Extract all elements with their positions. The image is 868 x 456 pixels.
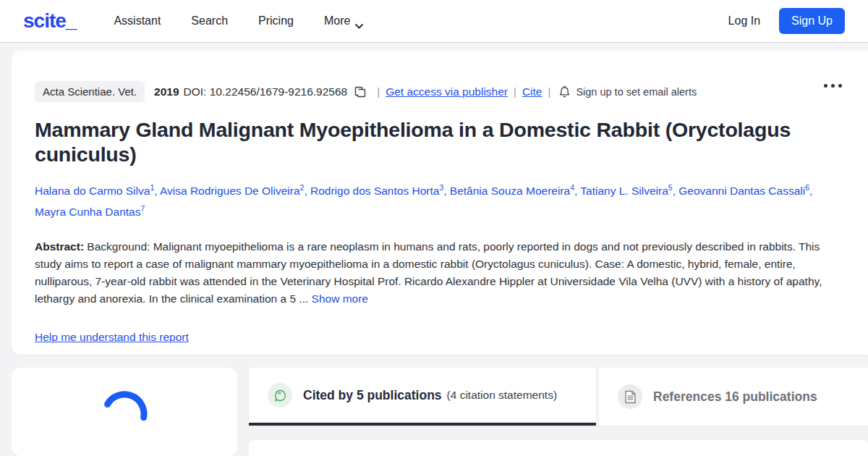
login-link[interactable]: Log In	[728, 14, 760, 28]
document-icon	[618, 384, 642, 409]
author-link[interactable]: Halana do Carmo Silva1	[35, 185, 160, 197]
author-link[interactable]: Betânia Souza Moereira4	[450, 185, 580, 197]
author-link[interactable]: Avisa Rodrigues De Oliveira2	[160, 185, 310, 197]
abstract-paragraph: Abstract: Background: Malignant myoepith…	[35, 238, 845, 308]
separator: |	[548, 85, 550, 98]
nav-item-more[interactable]: More	[324, 14, 363, 28]
references-label: References 16 publications	[653, 389, 817, 405]
more-options-icon[interactable]	[822, 80, 843, 92]
tab-references[interactable]: References 16 publications	[599, 368, 868, 426]
tab-cited-by[interactable]: ” Cited by 5 publications (4 citation st…	[249, 368, 596, 426]
nav-more-label: More	[324, 14, 350, 28]
nav-item-search[interactable]: Search	[191, 14, 228, 28]
nav-item-assistant[interactable]: Assistant	[114, 14, 161, 28]
author-list: Halana do Carmo Silva1Avisa Rodrigues De…	[35, 179, 845, 221]
show-more-link[interactable]: Show more	[312, 292, 368, 305]
citation-tally-card	[12, 368, 237, 456]
author-link[interactable]: Tatiany L. Silveira5	[580, 185, 678, 197]
help-understand-link[interactable]: Help me understand this report	[35, 331, 189, 344]
nav-item-pricing[interactable]: Pricing	[258, 14, 294, 28]
abstract-text: Background: Malignant myoepithelioma is …	[35, 240, 822, 305]
scite-logo[interactable]: scite_	[23, 9, 76, 33]
svg-text:”: ”	[277, 391, 281, 399]
journal-badge[interactable]: Acta Scientiae. Vet.	[35, 81, 145, 102]
separator: |	[514, 85, 516, 98]
report-tabs: ” Cited by 5 publications (4 citation st…	[249, 368, 868, 426]
citation-bubble-icon: ”	[268, 383, 292, 408]
bell-icon	[559, 85, 570, 98]
paper-meta-row: Acta Scientiae. Vet. 2019 DOI: 10.22456/…	[35, 81, 845, 102]
separator: |	[377, 85, 380, 98]
chevron-down-icon	[355, 19, 363, 24]
citation-statements-count: (4 citation statements)	[447, 389, 557, 402]
paper-title: Mammary Gland Malignant Myoepithelioma i…	[35, 117, 845, 166]
paper-card: Acta Scientiae. Vet. 2019 DOI: 10.22456/…	[12, 51, 868, 355]
main-nav: Assistant Search Pricing More	[114, 14, 363, 28]
copy-doi-icon[interactable]	[354, 86, 366, 98]
email-alerts-link[interactable]: Sign up to set email alerts	[576, 86, 697, 98]
author-link[interactable]: Rodrigo dos Santos Horta3	[310, 185, 450, 197]
publication-year: 2019	[154, 85, 179, 98]
abstract-label: Abstract:	[35, 240, 84, 253]
loading-spinner	[95, 385, 153, 443]
author-link[interactable]: Geovanni Dantas Cassali6	[678, 185, 812, 197]
doi-text: DOI: 10.22456/1679-9216.92568	[184, 85, 348, 98]
cite-link[interactable]: Cite	[522, 85, 542, 98]
top-navbar: scite_ Assistant Search Pricing More Log…	[0, 0, 868, 43]
author-link[interactable]: Mayra Cunha Dantas7	[35, 206, 145, 218]
get-access-link[interactable]: Get access via publisher	[386, 85, 508, 98]
cited-by-label: Cited by 5 publications	[303, 388, 442, 403]
signup-button[interactable]: Sign Up	[779, 8, 845, 34]
tab-content-card	[249, 440, 868, 456]
